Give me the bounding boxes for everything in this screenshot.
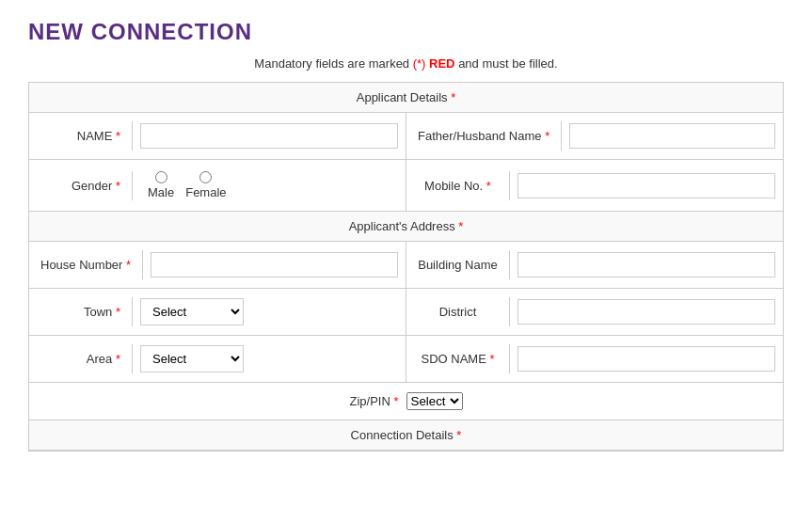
house-field-group: House Number * — [29, 242, 406, 288]
gender-group: Male Female — [140, 166, 234, 205]
father-label: Father/Husband Name * — [406, 121, 562, 151]
district-input[interactable] — [517, 299, 775, 325]
town-select-wrapper: Select — [133, 293, 406, 331]
address-header: Applicant's Address * — [29, 212, 783, 242]
male-label: Male — [148, 185, 174, 199]
female-label: Female — [185, 185, 226, 199]
sdo-field-group: SDO NAME * — [406, 336, 783, 382]
area-row: Area * Select SDO NAME * — [29, 336, 783, 383]
name-label: NAME * — [29, 121, 133, 151]
gender-label: Gender * — [29, 171, 133, 200]
mobile-input-wrapper — [510, 167, 783, 204]
form-container: Applicant Details * NAME * Father/Husban… — [28, 82, 784, 452]
district-field-group: District — [406, 289, 783, 335]
town-select[interactable]: Select — [140, 298, 244, 325]
district-input-wrapper — [510, 293, 783, 330]
female-radio[interactable] — [199, 171, 212, 183]
name-input-wrapper — [133, 118, 406, 154]
area-label: Area * — [29, 344, 133, 373]
town-row: Town * Select District — [29, 289, 783, 336]
house-label: House Number * — [29, 250, 143, 279]
town-field-group: Town * Select — [29, 289, 406, 335]
gender-row: Gender * Male Female Mobile No. * — [29, 160, 783, 212]
sdo-label: SDO NAME * — [406, 344, 510, 373]
building-input-wrapper — [510, 246, 783, 283]
zip-label: Zip/PIN * — [349, 394, 398, 408]
gender-field-group: Gender * Male Female — [29, 160, 406, 211]
house-input[interactable] — [151, 252, 398, 277]
mobile-label: Mobile No. * — [406, 171, 510, 200]
connection-details-header: Connection Details * — [29, 420, 783, 451]
name-field-group: NAME * — [29, 113, 406, 159]
father-field-group: Father/Husband Name * — [406, 113, 783, 159]
district-label: District — [406, 297, 510, 326]
mobile-input[interactable] — [517, 173, 775, 198]
house-input-wrapper — [143, 246, 406, 283]
female-option: Female — [185, 171, 226, 199]
building-label: Building Name — [406, 250, 510, 279]
sdo-input[interactable] — [517, 346, 775, 372]
zip-row: Zip/PIN * Select — [29, 383, 783, 420]
male-radio[interactable] — [155, 171, 167, 183]
subtitle: Mandatory fields are marked (*) RED and … — [28, 56, 784, 71]
page-title: NEW CONNECTION — [28, 19, 784, 45]
name-input[interactable] — [140, 123, 398, 149]
father-input[interactable] — [569, 123, 775, 149]
area-field-group: Area * Select — [29, 336, 406, 382]
house-row: House Number * Building Name — [29, 242, 783, 289]
name-row: NAME * Father/Husband Name * — [29, 113, 783, 160]
gender-options: Male Female — [133, 160, 406, 211]
zip-select[interactable]: Select — [406, 392, 463, 410]
applicant-details-header: Applicant Details * — [29, 83, 783, 113]
area-select-wrapper: Select — [133, 340, 406, 378]
town-label: Town * — [29, 297, 133, 326]
building-input[interactable] — [517, 252, 775, 277]
sdo-input-wrapper — [510, 341, 783, 377]
male-option: Male — [148, 171, 174, 199]
mobile-field-group: Mobile No. * — [406, 160, 783, 211]
area-select[interactable]: Select — [140, 345, 244, 372]
father-input-wrapper — [562, 118, 783, 154]
building-field-group: Building Name — [406, 242, 783, 288]
